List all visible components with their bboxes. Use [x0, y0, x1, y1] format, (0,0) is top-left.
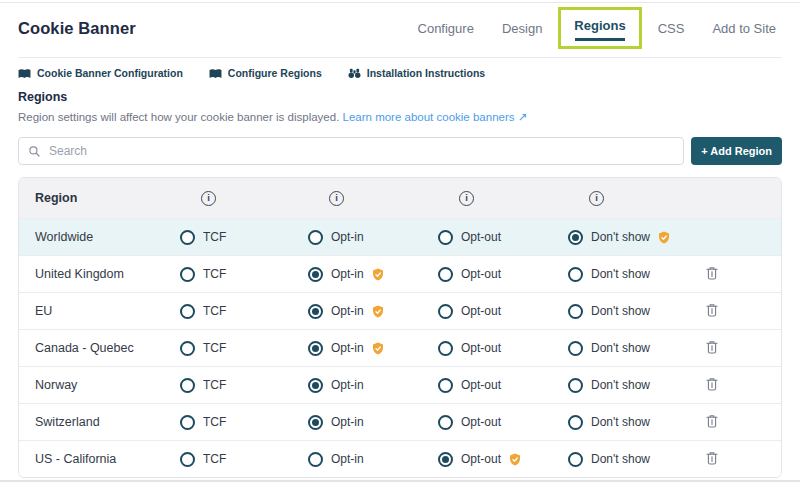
- region-name: Canada - Quebec: [19, 341, 179, 355]
- radio-opt-in[interactable]: [308, 378, 323, 393]
- verified-badge-icon: [372, 268, 384, 281]
- table-body: WorldwideTCFOpt-inOpt-outDon't showUnite…: [19, 218, 781, 477]
- option-cell-opt-out: Opt-out: [437, 378, 567, 393]
- page-title: Cookie Banner: [18, 19, 136, 38]
- delete-region-button[interactable]: [705, 450, 719, 466]
- radio-opt-in[interactable]: [308, 230, 323, 245]
- delete-region-button[interactable]: [705, 302, 719, 318]
- doc-link-installation-instructions[interactable]: Installation Instructions: [348, 67, 485, 79]
- add-region-button[interactable]: + Add Region: [691, 137, 782, 165]
- radio-don-t-show[interactable]: [568, 267, 583, 282]
- option-cell-opt-in: Opt-in: [307, 452, 437, 467]
- option-cell-tcf: TCF: [179, 267, 307, 282]
- radio-don-t-show[interactable]: [568, 341, 583, 356]
- radio-tcf[interactable]: [180, 415, 195, 430]
- radio-don-t-show[interactable]: [568, 230, 583, 245]
- option-cell-opt-in: Opt-in: [307, 230, 437, 245]
- info-icon[interactable]: [459, 191, 474, 206]
- info-icon[interactable]: [589, 191, 604, 206]
- option-label: Opt-in: [331, 230, 364, 244]
- option-cell-opt-out: Opt-out: [437, 452, 567, 467]
- doc-links: Cookie Banner Configuration Configure Re…: [18, 67, 782, 79]
- radio-don-t-show[interactable]: [568, 378, 583, 393]
- radio-opt-out[interactable]: [438, 415, 453, 430]
- radio-tcf[interactable]: [180, 267, 195, 282]
- option-label: Opt-out: [461, 341, 501, 355]
- table-row: NorwayTCFOpt-inOpt-outDon't show: [19, 366, 781, 403]
- doc-link-cookie-banner-configuration[interactable]: Cookie Banner Configuration: [18, 67, 183, 79]
- tab-configure[interactable]: Configure: [418, 21, 474, 36]
- bottom-divider: [0, 480, 800, 482]
- external-link-arrow-icon: ↗: [518, 111, 528, 123]
- book-icon: [18, 67, 31, 79]
- search-input[interactable]: [18, 137, 684, 165]
- region-name: US - California: [19, 452, 179, 466]
- radio-tcf[interactable]: [180, 304, 195, 319]
- info-icon[interactable]: [201, 191, 216, 206]
- doc-link-configure-regions[interactable]: Configure Regions: [209, 67, 322, 79]
- option-cell-opt-out: Opt-out: [437, 230, 567, 245]
- option-cell-tcf: TCF: [179, 230, 307, 245]
- option-cell-don-t-show: Don't show: [567, 341, 697, 356]
- delete-region-button[interactable]: [705, 413, 719, 429]
- delete-region-button[interactable]: [705, 339, 719, 355]
- radio-tcf[interactable]: [180, 452, 195, 467]
- radio-opt-in[interactable]: [308, 267, 323, 282]
- region-name: Switzerland: [19, 415, 179, 429]
- radio-opt-out[interactable]: [438, 230, 453, 245]
- option-label: Opt-in: [331, 304, 364, 318]
- option-cell-tcf: TCF: [179, 304, 307, 319]
- delete-region-button[interactable]: [705, 376, 719, 392]
- info-icon[interactable]: [329, 191, 344, 206]
- option-cell-opt-out: Opt-out: [437, 341, 567, 356]
- option-cell-opt-out: Opt-out: [437, 267, 567, 282]
- option-label: TCF: [203, 267, 226, 281]
- radio-don-t-show[interactable]: [568, 452, 583, 467]
- opt-in-column-header: [307, 190, 437, 205]
- tab-design[interactable]: Design: [502, 21, 542, 36]
- top-divider: [0, 2, 800, 3]
- option-cell-opt-in: Opt-in: [307, 415, 437, 430]
- trash-icon: [705, 450, 719, 466]
- radio-opt-out[interactable]: [438, 304, 453, 319]
- radio-don-t-show[interactable]: [568, 304, 583, 319]
- verified-badge-icon: [658, 231, 670, 244]
- option-label: Opt-in: [331, 341, 364, 355]
- doc-link-label: Cookie Banner Configuration: [37, 67, 183, 79]
- option-label: Don't show: [591, 452, 650, 466]
- row-actions: [697, 302, 781, 321]
- radio-tcf[interactable]: [180, 230, 195, 245]
- row-actions: [697, 413, 781, 432]
- radio-opt-out[interactable]: [438, 267, 453, 282]
- radio-opt-in[interactable]: [308, 452, 323, 467]
- option-cell-opt-in: Opt-in: [307, 267, 437, 282]
- radio-don-t-show[interactable]: [568, 415, 583, 430]
- radio-tcf[interactable]: [180, 378, 195, 393]
- option-cell-don-t-show: Don't show: [567, 452, 697, 467]
- table-row: SwitzerlandTCFOpt-inOpt-outDon't show: [19, 403, 781, 440]
- option-label: Opt-out: [461, 378, 501, 392]
- radio-opt-out[interactable]: [438, 341, 453, 356]
- learn-more-link[interactable]: Learn more about cookie banners ↗: [343, 111, 528, 123]
- trash-icon: [705, 302, 719, 318]
- row-actions: [697, 376, 781, 395]
- option-cell-opt-in: Opt-in: [307, 378, 437, 393]
- table-row: US - CaliforniaTCFOpt-inOpt-outDon't sho…: [19, 440, 781, 477]
- option-label: TCF: [203, 415, 226, 429]
- radio-opt-out[interactable]: [438, 452, 453, 467]
- tab-regions[interactable]: Regions: [574, 18, 625, 33]
- option-cell-don-t-show: Don't show: [567, 378, 697, 393]
- table-row: WorldwideTCFOpt-inOpt-outDon't show: [19, 218, 781, 255]
- tab-css[interactable]: CSS: [658, 21, 685, 36]
- tab-add-to-site[interactable]: Add to Site: [712, 21, 776, 36]
- active-tab-highlight-box: Regions: [558, 7, 641, 49]
- option-label: Opt-out: [461, 304, 501, 318]
- radio-opt-out[interactable]: [438, 378, 453, 393]
- table-row: EUTCFOpt-inOpt-outDon't show: [19, 292, 781, 329]
- radio-opt-in[interactable]: [308, 415, 323, 430]
- radio-opt-in[interactable]: [308, 304, 323, 319]
- row-actions: [697, 339, 781, 358]
- radio-opt-in[interactable]: [308, 341, 323, 356]
- radio-tcf[interactable]: [180, 341, 195, 356]
- delete-region-button[interactable]: [705, 265, 719, 281]
